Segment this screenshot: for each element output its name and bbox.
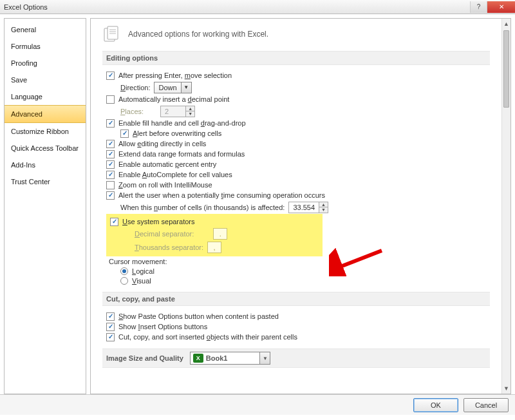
opt-label: Alert the user when a potentially time c… <box>118 191 325 199</box>
cancel-button[interactable]: Cancel <box>464 398 509 412</box>
scroll-up-icon[interactable]: ▲ <box>502 19 510 29</box>
opt-label: Enable automatic percent entry <box>118 160 216 168</box>
page-heading: Advanced options for working with Excel. <box>128 30 268 39</box>
num-cells-label: When this number of cells (in thousands)… <box>120 204 285 211</box>
window-title: Excel Options <box>4 3 48 11</box>
checkbox-icon[interactable] <box>106 181 115 189</box>
opt-alert-overwrite[interactable]: Alert before overwriting cells <box>102 128 490 138</box>
decimal-sep-label: Decimal separator: <box>135 230 194 238</box>
sidebar-item-proofing[interactable]: Proofing <box>5 55 86 72</box>
direction-label: Direction: <box>120 84 150 91</box>
help-button[interactable]: ? <box>470 1 487 13</box>
opt-extend-formats[interactable]: Extend data range formats and formulas <box>102 149 490 159</box>
checkbox-icon[interactable] <box>106 72 115 80</box>
places-spinner: 2 ▲▼ <box>160 106 195 117</box>
cursor-movement-label: Cursor movement: <box>102 256 490 266</box>
checkbox-icon[interactable] <box>106 333 115 341</box>
opt-use-system-separators[interactable]: Use system separators <box>122 218 195 225</box>
opt-label: Show Paste Options button when content i… <box>118 312 279 320</box>
scrollbar-thumb[interactable] <box>503 30 509 108</box>
opt-label: Show Insert Options buttons <box>118 323 207 330</box>
category-sidebar: General Formulas Proofing Save Language … <box>4 18 86 394</box>
options-icon <box>102 25 120 43</box>
opt-label: Automatically insert a decimal point <box>118 95 229 103</box>
thousands-sep-label: Thousands separator: <box>135 243 203 251</box>
decimal-sep-input: . <box>213 228 227 240</box>
opt-label: Logical <box>132 267 154 275</box>
opt-cursor-logical[interactable]: Logical <box>102 266 490 276</box>
svg-rect-1 <box>108 26 118 39</box>
checkbox-icon[interactable] <box>120 129 129 138</box>
chevron-down-icon[interactable]: ▼ <box>181 82 191 93</box>
opt-thousands-separator: Thousands separator: , <box>106 240 323 254</box>
workbook-select[interactable]: X Book1 ▼ <box>190 352 271 365</box>
sidebar-item-trust-center[interactable]: Trust Center <box>5 173 86 190</box>
radio-icon[interactable] <box>120 277 128 285</box>
opt-label: Allow editing directly in cells <box>118 140 206 148</box>
sidebar-item-formulas[interactable]: Formulas <box>5 38 86 55</box>
main-panel: Advanced options for working with Excel.… <box>90 18 511 394</box>
spinner-buttons[interactable]: ▲▼ <box>319 202 328 213</box>
places-label: Places: <box>120 108 144 115</box>
checkbox-icon[interactable] <box>110 218 118 226</box>
dialog-footer: OK Cancel <box>0 394 515 415</box>
section-image-size-quality: Image Size and Quality X Book1 ▼ <box>102 348 490 368</box>
scroll-down-icon[interactable]: ▼ <box>502 383 510 394</box>
direction-select[interactable]: Down ▼ <box>154 82 191 93</box>
opt-label: Extend data range formats and formulas <box>118 150 245 158</box>
sidebar-item-general[interactable]: General <box>5 21 86 38</box>
sidebar-item-qat[interactable]: Quick Access Toolbar <box>5 140 86 157</box>
opt-zoom-intellimouse[interactable]: Zoom on roll with IntelliMouse <box>102 180 490 190</box>
opt-label: Visual <box>132 277 151 285</box>
sidebar-item-customize-ribbon[interactable]: Customize Ribbon <box>5 123 86 140</box>
opt-show-insert-options[interactable]: Show Insert Options buttons <box>102 321 490 332</box>
title-bar: Excel Options ? ✕ <box>0 0 515 14</box>
thousands-sep-input: , <box>207 242 221 253</box>
opt-cut-copy-sort-objects[interactable]: Cut, copy, and sort inserted objects wit… <box>102 332 490 342</box>
checkbox-icon[interactable] <box>106 95 115 104</box>
opt-auto-decimal[interactable]: Automatically insert a decimal point <box>102 94 490 104</box>
opt-autocomplete[interactable]: Enable AutoComplete for cell values <box>102 169 490 180</box>
opt-fill-handle[interactable]: Enable fill handle and cell drag-and-dro… <box>102 118 490 128</box>
num-cells-spinner[interactable]: 33.554 ▲▼ <box>288 202 328 213</box>
page-header: Advanced options for working with Excel. <box>102 25 490 43</box>
sidebar-item-addins[interactable]: Add-Ins <box>5 157 86 173</box>
opt-allow-editing[interactable]: Allow editing directly in cells <box>102 138 490 149</box>
opt-show-paste-options[interactable]: Show Paste Options button when content i… <box>102 311 490 321</box>
opt-label: After pressing Enter, move selection <box>118 72 232 79</box>
chevron-down-icon[interactable]: ▼ <box>259 352 270 364</box>
checkbox-icon[interactable] <box>106 119 115 128</box>
window-controls: ? ✕ <box>470 1 515 13</box>
opt-alert-time-consuming[interactable]: Alert the user when a potentially time c… <box>102 190 490 200</box>
opt-label: Enable AutoComplete for cell values <box>118 171 232 178</box>
section-cut-copy-paste: Cut, copy, and paste <box>102 292 490 306</box>
radio-icon[interactable] <box>120 267 128 275</box>
sidebar-item-language[interactable]: Language <box>5 88 86 105</box>
checkbox-icon[interactable] <box>106 160 115 169</box>
section-editing-options: Editing options <box>102 51 490 65</box>
opt-percent-entry[interactable]: Enable automatic percent entry <box>102 159 490 169</box>
checkbox-icon[interactable] <box>106 323 115 331</box>
highlight-separators: Use system separators Decimal separator:… <box>106 214 323 256</box>
opt-label: Enable fill handle and cell drag-and-dro… <box>118 119 246 127</box>
checkbox-icon[interactable] <box>106 140 115 148</box>
opt-num-cells: When this number of cells (in thousands)… <box>102 200 490 214</box>
close-button[interactable]: ✕ <box>487 1 515 13</box>
sidebar-item-save[interactable]: Save <box>5 72 86 88</box>
sidebar-item-advanced[interactable]: Advanced <box>5 105 86 123</box>
opt-places: Places: 2 ▲▼ <box>102 104 490 118</box>
opt-cursor-visual[interactable]: Visual <box>102 276 490 285</box>
checkbox-icon[interactable] <box>106 312 115 321</box>
opt-direction: Direction: Down ▼ <box>102 81 490 94</box>
checkbox-icon[interactable] <box>106 171 115 179</box>
checkbox-icon[interactable] <box>106 150 115 158</box>
opt-after-enter[interactable]: After pressing Enter, move selection <box>102 70 490 81</box>
vertical-scrollbar[interactable]: ▲ ▼ <box>501 19 510 394</box>
checkbox-icon[interactable] <box>106 191 115 200</box>
opt-label: Alert before overwriting cells <box>133 129 221 137</box>
ok-button[interactable]: OK <box>413 398 458 412</box>
opt-label: Zoom on roll with IntelliMouse <box>118 181 212 189</box>
spinner-buttons: ▲▼ <box>185 106 194 117</box>
excel-icon: X <box>193 354 203 363</box>
opt-decimal-separator: Decimal separator: . <box>106 227 323 240</box>
